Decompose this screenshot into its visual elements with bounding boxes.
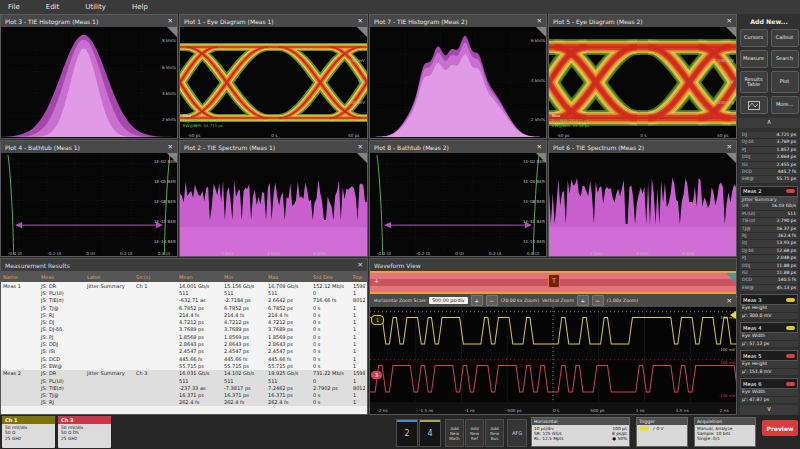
close-icon[interactable]: ✕ [533,17,542,25]
table-row[interactable]: JS: ISI 2.4547 ps 2.4547 ps 2.4547 ps 0 … [1,348,367,355]
callout-button[interactable]: Callout [771,29,799,47]
zoom-out-button[interactable]: − [486,295,498,306]
table-row[interactable]: Meas 1 JS: DR Jitter Summary Ch 1 16.001… [1,282,367,289]
plot-title-bar[interactable]: Plot 2 - TIE Spectrum (Meas 1) ✕ [180,141,367,153]
resize-grip-icon[interactable] [357,27,367,37]
meas4-badge-header[interactable]: Meas 4 [740,322,798,333]
mask-button[interactable] [740,96,768,114]
table-row[interactable]: JS: DJ 4.7212 ps 4.7212 ps 4.7212 ps 0 s… [1,318,367,325]
expand-results-button[interactable]: ∨ [740,405,798,415]
trigger-badge[interactable]: Trigger ∕ 0 V [636,417,688,447]
meas5-badge-header[interactable]: Meas 5 [740,350,798,361]
close-icon[interactable]: ✕ [354,143,363,151]
table-row[interactable]: JS: TJ@ 6.7852 ps 6.7852 ps 6.7852 ps 0 … [1,304,367,311]
table-row[interactable]: JS: DDJ 2.8643 ps 2.8643 ps 2.8643 ps 0 … [1,340,367,347]
close-icon[interactable]: ✕ [723,143,732,151]
menu-file[interactable]: File [8,3,20,11]
scale-label: -100 mV [719,393,735,398]
plot-title-bar[interactable]: Plot 1 - Eye Diagram (Meas 1) ✕ [180,15,367,27]
waveform-overview-strip[interactable]: + T [370,271,736,294]
resize-grip-icon[interactable] [726,153,736,163]
menu-utility[interactable]: Utility [85,3,106,11]
table-row[interactable]: JS: PL(UI) 511 511 511 0 1 [1,377,367,384]
waveform-graph[interactable]: 100 mV -100 mV 100 mV -100 mV [370,307,736,402]
plus-marker-icon: + [374,277,379,284]
zoom-in-button[interactable]: + [471,295,483,306]
more-button[interactable]: More... [771,96,799,114]
vzoom-in-button[interactable]: + [577,295,589,306]
trigger-position-icon[interactable]: T [548,274,560,288]
plot-title-bar[interactable]: Plot 8 - Bathtub (Meas 2) ✕ [370,141,546,153]
plot-title-bar[interactable]: Plot 6 - TIE Spectrum (Meas 2) ✕ [549,141,736,153]
meas3-badge-header[interactable]: Meas 3 [740,294,798,305]
channel4-enable-button[interactable]: 4 [419,419,441,447]
y-axis-label: 100 mV [718,58,734,63]
plot-title-bar[interactable]: Plot 7 - TIE Histogram (Meas 2) ✕ [370,15,546,27]
plot-button[interactable]: Plot [771,71,799,93]
table-row[interactable]: JS: PJ 1.8569 ps 1.8569 ps 1.8569 ps 0 s… [1,333,367,340]
cursor-arrow-icon[interactable] [730,311,736,319]
collapse-results-button[interactable]: ∧ [738,118,800,128]
add-new-math-button[interactable]: Add New Math [445,419,464,447]
meas6-badge-header[interactable]: Meas 6 [740,378,798,389]
table-row[interactable]: JS: TIE(σ) -632.71 as -2.7184 ps 2.6642 … [1,297,367,304]
measure-button[interactable]: Measure [740,50,768,68]
channel1-badge[interactable]: Ch 1 50 mV/div50 Ω25 GHz [2,416,55,448]
table-row[interactable]: JS: DJ-δδ 3.7689 ps 3.7689 ps 3.7689 ps … [1,326,367,333]
table-row[interactable]: JS: RJ 262.4 fs 262.4 fs 262.4 fs 0 s 1 [1,399,367,406]
close-icon[interactable]: ✕ [164,143,173,151]
close-icon[interactable]: ✕ [354,17,363,25]
horizontal-zoom-scale-input[interactable]: 500.00 ps/div [429,297,468,304]
zoom-toolbar: Horizontal Zoom Scale 500.00 ps/div + − … [370,294,736,307]
resize-grip-icon[interactable] [536,27,546,37]
resize-grip-icon[interactable] [167,27,177,37]
menu-edit[interactable]: Edit [46,3,60,11]
table-row[interactable]: JS: TIE(σ) -237.33 as -7.3817 ps 7.2462 … [1,384,367,391]
plot-title-bar[interactable]: Plot 5 - Eye Diagram (Meas 2) ✕ [549,15,736,27]
add-new-bus-button[interactable]: Add New Bus [485,419,504,447]
x-axis-labels: 2 GHz4 GHz6 GHz [221,251,326,256]
resize-grip-icon[interactable] [726,273,736,283]
channel2-enable-button[interactable]: 2 [396,419,418,447]
meas2-badge-header[interactable]: Meas 2 [740,186,798,197]
add-new-ref-button[interactable]: Add New Ref [465,419,484,447]
close-icon[interactable]: ✕ [354,261,363,269]
cursors-button[interactable]: Cursors [740,29,768,47]
channel3-badge[interactable]: Ch 3 50 mV/div50 Ω DS25 GHz [58,416,111,448]
close-icon[interactable]: ✕ [164,17,173,25]
plot-title-bar[interactable]: Plot 3 - TIE Histogram (Meas 1) ✕ [1,15,177,27]
table-row[interactable]: Meas 2 JS: DR Jitter Summary Ch 3 16.031… [1,370,367,377]
status-pill-icon [786,382,795,386]
table-row[interactable]: JS: EW@ 55.715 ps 55.715 ps 55.715 ps 0 … [1,362,367,369]
meas1-rows[interactable]: DJ4.721 psDJ-δδ3.769 psPJ1.857 psDDJ2.86… [740,132,798,184]
resize-grip-icon[interactable] [167,153,177,163]
plot-title-bar[interactable]: Plot 4 - Bathtub (Meas 1) ✕ [1,141,177,153]
channel3-name: Ch 3 [58,416,111,424]
acquisition-badge[interactable]: Acquisition Manual, AnalyzeSample: 10 bi… [694,417,756,447]
resize-grip-icon[interactable] [536,153,546,163]
vzoom-out-button[interactable]: − [592,295,604,306]
table-row[interactable]: JS: RJ 214.4 fs 214.4 fs 214.4 fs 0 s 1 [1,311,367,318]
table-row[interactable]: JS: TJ@ 16.371 ps 16.371 ps 16.371 ps 0 … [1,391,367,398]
results-title-bar[interactable]: Measurement Results ✕ [1,259,367,271]
results-table-button[interactable]: Results Table [740,71,768,93]
meas2-rows[interactable]: DR16.03 Gb/sPL(UI)511TIE(σ)2.790 psTJ@16… [740,203,798,292]
table-row[interactable]: JS: DCD 445.66 fs 445.66 fs 445.66 fs 0 … [1,355,367,362]
plot-bathtub-meas2: Plot 8 - Bathtub (Meas 2) ✕ 1E-02 BER1E-… [369,140,547,257]
resize-grip-icon[interactable] [726,27,736,37]
table-row[interactable]: JS: PL(UI) 511 511 511 0 1 [1,289,367,296]
channel3-marker[interactable]: 3 [371,371,382,379]
horizontal-badge[interactable]: Horizontal 10 μs/divSR: 125 GS/sRL: 12.5… [531,417,630,447]
resize-grip-icon[interactable] [357,153,367,163]
afg-button[interactable]: AFG [507,419,527,447]
scale-label: 100 mV [720,360,735,365]
x-axis-labels: -0.4 UI-0.2 UI0 UI0.2 UI0.4 UI [8,251,170,256]
menu-help[interactable]: Help [132,3,148,11]
search-button[interactable]: Search [771,50,799,68]
close-icon[interactable]: ✕ [723,17,732,25]
channel1-marker[interactable]: 1 [371,315,384,325]
close-icon[interactable]: ✕ [533,143,542,151]
waveform-title-bar[interactable]: Waveform View [370,259,736,271]
preview-button[interactable]: Preview [762,420,798,436]
close-icon[interactable]: ✕ [723,297,732,305]
